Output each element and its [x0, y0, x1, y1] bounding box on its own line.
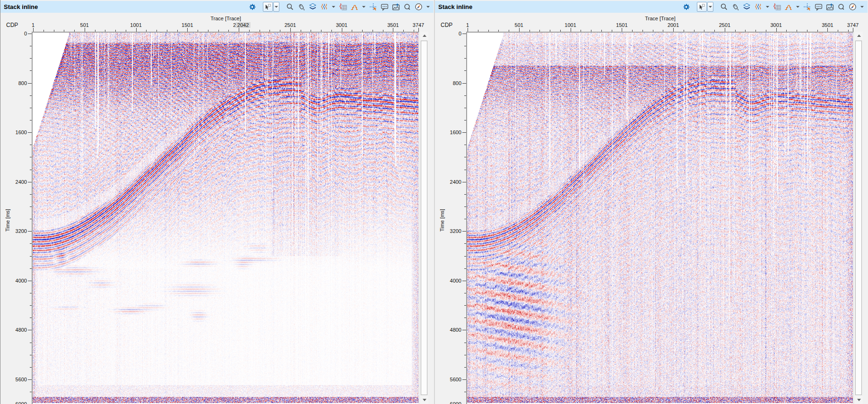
- y-tick-label: 6000: [443, 401, 461, 404]
- seismic-section-canvas[interactable]: [33, 33, 418, 403]
- y-tick-label: 1600: [443, 129, 461, 135]
- layers-icon[interactable]: [308, 2, 318, 12]
- x-minor-tick: [198, 30, 198, 32]
- trace-table-icon[interactable]: [772, 2, 782, 12]
- y-tick-mark: [462, 330, 466, 330]
- zoom-region-icon[interactable]: [402, 2, 412, 12]
- x-minor-tick: [383, 30, 383, 32]
- y-tick-mark: [462, 132, 466, 133]
- amplitude-histogram-icon[interactable]: [783, 2, 793, 12]
- selection-mode-icon[interactable]: [263, 2, 273, 12]
- x-minor-tick: [745, 30, 746, 32]
- scroll-up-button[interactable]: [420, 32, 428, 40]
- y-minor-tick: [464, 243, 466, 244]
- panel-toolbar: [681, 2, 865, 12]
- x-minor-tick: [228, 30, 229, 32]
- cdp-corner-label: CDP: [441, 22, 452, 28]
- x-minor-tick: [54, 30, 54, 32]
- scroll-down-button[interactable]: [855, 396, 863, 404]
- x-minor-tick: [529, 30, 530, 32]
- x-minor-tick: [126, 30, 126, 32]
- mouse-control-icon[interactable]: [730, 2, 740, 12]
- annotations-icon[interactable]: [814, 2, 824, 12]
- x-minor-tick: [663, 30, 663, 32]
- y-tick-label: 800: [443, 80, 461, 86]
- wiggle-display-dropdown[interactable]: [330, 2, 337, 12]
- seismic-plot-frame: [32, 32, 419, 404]
- selection-mode-icon[interactable]: [697, 2, 707, 12]
- settings-icon[interactable]: [681, 2, 691, 12]
- scrollbar-thumb[interactable]: [855, 41, 862, 395]
- x-minor-tick: [177, 30, 178, 32]
- cursor-tracking-icon[interactable]: [802, 2, 812, 12]
- compass-dropdown[interactable]: [425, 2, 431, 12]
- y-tick-mark: [462, 231, 466, 232]
- x-tick-label: 1501: [616, 22, 627, 28]
- x-minor-tick: [755, 30, 756, 32]
- x-minor-tick: [115, 30, 116, 32]
- x-tick-mark: [827, 28, 828, 32]
- y-minor-tick: [30, 392, 32, 392]
- scroll-up-button[interactable]: [855, 32, 863, 40]
- seismic-plot-frame: [466, 32, 854, 404]
- export-image-icon[interactable]: [825, 2, 835, 12]
- x-minor-tick: [632, 30, 633, 32]
- mouse-control-icon[interactable]: [296, 2, 306, 12]
- x-minor-tick: [653, 30, 653, 32]
- y-minor-tick: [464, 145, 466, 145]
- compass-dropdown[interactable]: [859, 2, 865, 12]
- compass-icon[interactable]: [414, 2, 424, 12]
- wiggle-display-icon[interactable]: [319, 2, 329, 12]
- y-tick-mark: [462, 182, 466, 182]
- zoom-region-icon[interactable]: [836, 2, 846, 12]
- y-minor-tick: [464, 58, 466, 59]
- y-tick-mark: [28, 132, 32, 133]
- amplitude-histogram-dropdown[interactable]: [795, 2, 801, 12]
- cursor-tracking-icon[interactable]: [368, 2, 378, 12]
- x-minor-tick: [403, 30, 404, 32]
- y-minor-tick: [464, 293, 466, 293]
- x-minor-tick: [807, 30, 807, 32]
- x-minor-tick: [74, 30, 75, 32]
- selection-mode-dropdown[interactable]: [273, 2, 279, 12]
- y-tick-label: 4000: [443, 278, 461, 284]
- y-tick-mark: [28, 182, 32, 182]
- x-minor-tick: [478, 30, 478, 32]
- x-tick-mark: [776, 28, 777, 32]
- trace-table-icon[interactable]: [338, 2, 348, 12]
- x-minor-tick: [362, 30, 363, 32]
- y-tick-label: 1600: [8, 129, 27, 135]
- zoom-icon[interactable]: [719, 2, 729, 12]
- x-minor-tick: [612, 30, 612, 32]
- y-minor-tick: [464, 355, 466, 355]
- x-tick-mark: [85, 28, 85, 32]
- export-image-icon[interactable]: [391, 2, 401, 12]
- amplitude-histogram-dropdown[interactable]: [361, 2, 367, 12]
- wiggle-display-icon[interactable]: [753, 2, 763, 12]
- x-tick-mark: [519, 28, 520, 32]
- x-minor-tick: [321, 30, 321, 32]
- x-tick-label: 1: [466, 22, 469, 28]
- compass-icon[interactable]: [848, 2, 858, 12]
- y-tick-mark: [28, 231, 32, 232]
- vertical-scrollbar[interactable]: [855, 32, 863, 404]
- zoom-icon[interactable]: [285, 2, 295, 12]
- x-minor-tick: [105, 30, 105, 32]
- cursor-trace-readout: 2042: [236, 22, 250, 28]
- vertical-scrollbar[interactable]: [420, 32, 428, 404]
- x-minor-tick: [642, 30, 643, 32]
- y-tick-label: 800: [8, 80, 27, 86]
- annotations-icon[interactable]: [380, 2, 390, 12]
- selection-mode-dropdown[interactable]: [707, 2, 713, 12]
- scrollbar-thumb[interactable]: [421, 41, 427, 395]
- settings-icon[interactable]: [247, 2, 257, 12]
- y-tick-mark: [462, 34, 466, 34]
- seismic-section-canvas[interactable]: [467, 33, 853, 403]
- amplitude-histogram-icon[interactable]: [349, 2, 359, 12]
- wiggle-display-dropdown[interactable]: [764, 2, 771, 12]
- y-minor-tick: [30, 145, 32, 145]
- y-minor-tick: [464, 108, 466, 108]
- x-tick-mark: [725, 28, 725, 32]
- layers-icon[interactable]: [742, 2, 752, 12]
- scroll-down-button[interactable]: [420, 396, 428, 404]
